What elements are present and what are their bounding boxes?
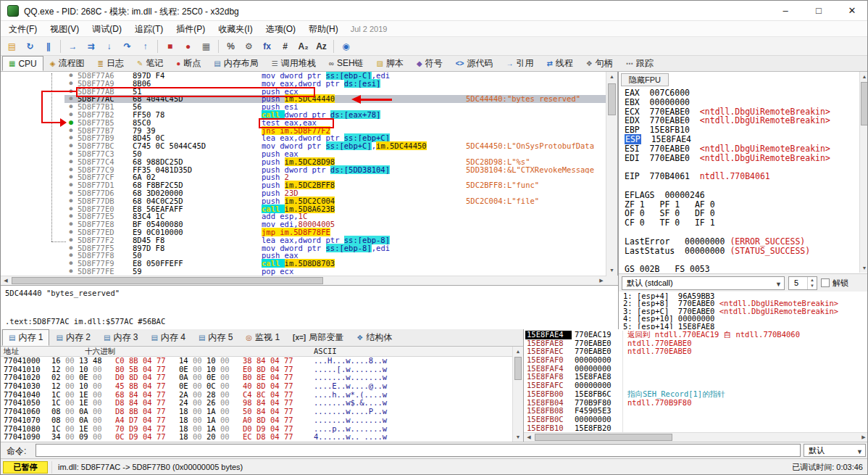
scroll-left-icon[interactable]: ◀ [1, 276, 11, 285]
row-dot-icon[interactable]: ● [64, 212, 78, 220]
registers-vscrollbar[interactable]: ▲ ▼ [859, 72, 868, 273]
row-dot-icon[interactable]: ● [64, 181, 78, 189]
scrollbar-thumb[interactable] [535, 434, 672, 441]
disassembly-vscrollbar[interactable]: ▲ ▼ [606, 72, 617, 276]
tab-watch-1[interactable]: ◎监视 1 [239, 329, 286, 346]
run-button[interactable]: → [64, 38, 81, 54]
row-dot-icon[interactable]: ● [64, 220, 78, 228]
menu-help[interactable]: 帮助(H) [302, 21, 345, 37]
row-dot-icon[interactable]: ● [64, 252, 78, 260]
settings-gear-button[interactable]: ⚙ [241, 38, 257, 54]
row-dot-icon[interactable]: ● [64, 236, 78, 244]
register-line[interactable]: CF 0 TF 0 IF 1 [625, 218, 858, 228]
scroll-down-icon[interactable]: ▼ [860, 263, 868, 273]
scrollbar-thumb[interactable] [514, 357, 522, 380]
scrollbar-thumb[interactable] [861, 82, 868, 125]
scroll-up-icon[interactable]: ▲ [606, 72, 617, 82]
stepper-arrows-icon[interactable]: ▲▼ [807, 277, 817, 289]
tab-log[interactable]: ≣日志 [91, 56, 130, 71]
breakpoint-dot-icon[interactable]: ● [64, 119, 78, 127]
row-dot-icon[interactable]: ● [64, 142, 78, 150]
tab-call-stack[interactable]: ☰调用堆栈 [265, 56, 322, 71]
tab-symbols[interactable]: ◆符号 [410, 56, 449, 71]
scrollbar-thumb[interactable] [12, 277, 323, 284]
tab-memory-2[interactable]: ▤内存 2 [49, 329, 96, 346]
tab-seh[interactable]: ∞SEH链 [322, 56, 370, 71]
step-into-button[interactable]: ↓ [101, 38, 117, 54]
tab-locals[interactable]: [x=]局部变量 [286, 329, 350, 346]
disasm-row[interactable]: ●5D8F77A98B06mov eax,dword ptr ds:[esi] [1, 80, 606, 88]
menu-view[interactable]: 视图(V) [43, 21, 85, 37]
row-dot-icon[interactable]: ● [64, 260, 78, 268]
register-line[interactable]: EDI 770EABE0 <ntdll.DbgUiRemoteBreakin> [625, 154, 858, 163]
scroll-down-icon[interactable]: ▼ [606, 265, 617, 276]
row-dot-icon[interactable]: ● [64, 134, 78, 142]
pause-button[interactable]: ∥ [40, 38, 57, 54]
row-dot-icon[interactable]: ● [64, 80, 78, 88]
tab-script[interactable]: ▨脚本 [370, 56, 410, 71]
tab-trace[interactable]: ⋯跟踪 [619, 56, 660, 71]
tab-threads[interactable]: ⇄线程 [540, 56, 579, 71]
assemble-tool-button[interactable]: A₂ [295, 38, 312, 54]
disasm-row[interactable]: ●5D8F77DB68 04C0C25Dpush im.5DC2C0045DC2… [1, 197, 606, 205]
disasm-row[interactable]: ●5D8F77B585C0test eax,eax [1, 119, 606, 127]
register-line[interactable]: LastStatus 00000000 (STATUS_SUCCESS) [625, 247, 858, 256]
row-dot-icon[interactable]: ● [64, 205, 78, 213]
tab-graph[interactable]: ◈流程图 [43, 56, 91, 71]
disassembly-hscrollbar[interactable]: ◀ ▶ [1, 276, 606, 285]
fx-tool-button[interactable]: fx [259, 38, 275, 54]
row-dot-icon[interactable]: ● [64, 88, 78, 96]
open-file-button[interactable]: ▤ [4, 38, 20, 54]
stack-row[interactable]: 15E8FAF000000000 [525, 356, 866, 365]
info-tool-button[interactable]: ◉ [338, 38, 354, 54]
dump-vscrollbar[interactable]: ▲ ▼ [512, 347, 523, 442]
stack-row[interactable]: 15E8FAE4770EAC19返回到 ntdll.770EAC19 自 ntd… [525, 331, 866, 339]
stack-hscrollbar[interactable]: ◀ ▶ [524, 432, 868, 442]
row-dot-icon[interactable]: ● [64, 166, 78, 174]
unlock-checkbox[interactable] [821, 278, 830, 287]
unlock-checkbox-wrap[interactable]: 解锁 [821, 278, 848, 289]
breakpoint-toggle-button[interactable]: ● [180, 38, 196, 54]
tab-breakpoints[interactable]: ●断点 [170, 56, 207, 71]
row-dot-icon[interactable]: ● [64, 127, 78, 135]
stack-row[interactable]: 15E8FB0C00000000 [525, 416, 866, 424]
tab-source[interactable]: <>源代码 [449, 56, 500, 71]
scroll-up-icon[interactable]: ▲ [860, 72, 868, 81]
restart-button[interactable]: ↻ [22, 38, 38, 54]
tab-struct[interactable]: ❖结构体 [350, 329, 398, 346]
hash-tool-button[interactable]: # [277, 38, 293, 54]
scroll-down-icon[interactable]: ▼ [513, 432, 523, 442]
close-button[interactable]: ✕ [835, 1, 868, 21]
step-over-button[interactable]: ↷ [119, 38, 135, 54]
menu-trace[interactable]: 追踪(T) [128, 21, 170, 37]
tab-memory-map[interactable]: ▤内存布局 [207, 56, 264, 71]
scroll-up-icon[interactable]: ▲ [513, 347, 523, 356]
menu-favourites[interactable]: 收藏夹(I) [212, 21, 259, 37]
row-dot-icon[interactable]: ● [64, 268, 78, 276]
row-dot-icon[interactable]: ● [64, 197, 78, 205]
row-dot-icon[interactable]: ● [64, 158, 78, 166]
stack-row[interactable]: 15E8FB1015E8FB20 [525, 424, 866, 433]
tab-memory-5[interactable]: ▤内存 5 [192, 329, 239, 346]
tab-memory-4[interactable]: ▤内存 4 [144, 329, 191, 346]
menu-plugins[interactable]: 插件(P) [170, 21, 212, 37]
tab-notes[interactable]: ✎笔记 [130, 56, 170, 71]
dump-row[interactable]: 7704109034 00 09 000C D9 04 7718 00 20 0… [1, 433, 512, 442]
scroll-right-icon[interactable]: ▶ [596, 276, 606, 285]
row-dot-icon[interactable]: ● [64, 189, 78, 197]
command-input[interactable] [36, 444, 801, 457]
tab-memory-1[interactable]: ▤内存 1 [2, 329, 49, 346]
row-dot-icon[interactable]: ● [64, 103, 78, 111]
menu-debug[interactable]: 调试(D) [85, 21, 128, 37]
case-tool-button[interactable]: Az [313, 38, 330, 54]
memory-map-tool-button[interactable]: ▦ [198, 38, 214, 54]
row-dot-icon[interactable]: ● [64, 150, 78, 158]
row-dot-icon[interactable]: ● [64, 244, 78, 252]
tab-memory-3[interactable]: ▤内存 3 [97, 329, 144, 346]
menu-options[interactable]: 选项(O) [259, 21, 302, 37]
hide-fpu-button[interactable]: 隐藏FPU [621, 73, 669, 86]
row-dot-icon[interactable]: ● [64, 173, 78, 181]
scrollbar-thumb[interactable] [608, 83, 616, 115]
run-unhindered-button[interactable]: ⇉ [83, 38, 99, 54]
maximize-button[interactable]: □ [802, 1, 835, 21]
